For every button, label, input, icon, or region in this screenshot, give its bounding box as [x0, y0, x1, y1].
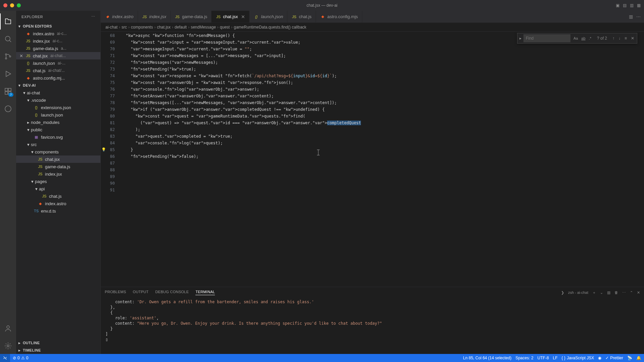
code-line[interactable]: "kw">if ("var">answerObj."var">answer."v…	[121, 106, 644, 113]
terminal-output[interactable]: content: 'Dr. Owen gets a refill from th…	[101, 298, 644, 354]
eol-status[interactable]: LF	[553, 356, 558, 360]
panel-tab[interactable]: DEBUG CONSOLE	[155, 290, 189, 295]
line-number[interactable]: 86	[101, 153, 115, 160]
extra-view-icon[interactable]	[0, 101, 16, 117]
file-item[interactable]: {}extensions.json	[16, 104, 100, 111]
sidebar-more-icon[interactable]: ⋯	[91, 14, 95, 19]
line-number[interactable]: 69	[101, 39, 115, 46]
file-item[interactable]: JSgame-data.js	[16, 163, 100, 170]
indentation-status[interactable]: Spaces: 2	[515, 356, 533, 360]
settings-gear-icon[interactable]	[0, 338, 16, 354]
code-line[interactable]: "fn">setPending("kw">false);	[121, 153, 644, 160]
lightbulb-icon[interactable]: 💡	[101, 146, 106, 153]
breadcrumb-item[interactable]: ai-chat	[105, 25, 118, 30]
folder-item[interactable]: ▾public	[16, 126, 100, 133]
breadcrumb-item[interactable]: components	[131, 25, 153, 30]
split-terminal-icon[interactable]: ▥	[607, 290, 610, 295]
line-number[interactable]: 84	[101, 140, 115, 146]
editor-tab[interactable]: JSchat.js	[287, 11, 316, 22]
line-number[interactable]: 70	[101, 46, 115, 52]
code-line[interactable]: "var">messageInput."var">current."var">v…	[121, 46, 644, 52]
maximize-panel-icon[interactable]: ⌃	[630, 290, 633, 295]
folder-item[interactable]: ▾.vscode	[16, 96, 100, 104]
find-prev-icon[interactable]: ↑	[611, 35, 616, 41]
line-number[interactable]: 83	[101, 133, 115, 140]
breadcrumb[interactable]: ai-chat›src›components›chat.jsx›default›…	[101, 23, 644, 32]
panel-toggle-icon[interactable]: ▣	[616, 3, 619, 8]
copilot-icon[interactable]: ◉	[598, 356, 601, 360]
extensions-view-icon[interactable]: 7	[0, 83, 16, 99]
close-tab-icon[interactable]: ✕	[241, 14, 245, 19]
breadcrumb-item[interactable]: gameRuntimeData.quests.find() callback	[234, 25, 306, 30]
code-line[interactable]: "kw">const "var">answerObj = "kw">await …	[121, 79, 644, 86]
file-item[interactable]: JSindex.jsx	[16, 170, 100, 178]
more-actions-icon[interactable]: ⋯	[636, 14, 641, 19]
open-editor-item[interactable]: JSchat.jsai-chat/...	[16, 67, 100, 74]
outline-section[interactable]: ▸ OUTLINE	[16, 339, 100, 347]
panel-toggle-icon[interactable]: ▥	[630, 3, 634, 8]
feedback-icon[interactable]: 📡	[627, 356, 632, 360]
close-panel-icon[interactable]: ✕	[637, 290, 640, 295]
folder-item[interactable]: ▾components	[16, 148, 100, 155]
line-number[interactable]: 76	[101, 86, 115, 93]
code-editor[interactable]: 6869707172737475767778798081828384💡85868…	[101, 32, 644, 287]
find-next-icon[interactable]: ↓	[617, 35, 622, 41]
folder-item[interactable]: ▾pages	[16, 178, 100, 185]
close-editor-icon[interactable]: ✕	[19, 53, 24, 58]
file-item[interactable]: JSchat.js	[16, 192, 100, 200]
line-number[interactable]: 88	[101, 167, 115, 173]
accounts-icon[interactable]	[0, 320, 16, 336]
line-number[interactable]: 79	[101, 106, 115, 113]
editor-tab[interactable]: ◆index.astro	[101, 11, 138, 22]
file-item[interactable]: {}launch.json	[16, 111, 100, 119]
terminal-dropdown-icon[interactable]: ⌄	[600, 290, 603, 295]
breadcrumb-item[interactable]: src	[122, 25, 127, 30]
minimize-window[interactable]	[10, 3, 14, 7]
code-line[interactable]: "kw">const "var">quest = "var">gameRunti…	[121, 113, 644, 120]
code-line[interactable]: "kw">const "var">newMessages = [..."var"…	[121, 52, 644, 59]
close-window[interactable]	[3, 3, 7, 7]
notifications-icon[interactable]: 🔔	[636, 356, 641, 360]
line-number[interactable]: 73	[101, 66, 115, 73]
breadcrumb-item[interactable]: quest	[220, 25, 230, 30]
explorer-view-icon[interactable]	[0, 13, 16, 30]
code-line[interactable]: "fn">setAnswer("var">answerObj."var">ans…	[121, 93, 644, 99]
line-number[interactable]: 74	[101, 73, 115, 79]
panel-toggle-icon[interactable]: ▦	[637, 3, 641, 8]
line-number[interactable]: 75	[101, 79, 115, 86]
match-case-icon[interactable]: Aa	[572, 36, 579, 41]
folder-item[interactable]: ▾ai-chat	[16, 89, 100, 96]
breadcrumb-item[interactable]: default	[175, 25, 187, 30]
panel-toggle-icon[interactable]: ▤	[623, 3, 627, 8]
kill-terminal-icon[interactable]: 🗑	[614, 290, 618, 295]
new-terminal-icon[interactable]: ＋	[592, 290, 596, 295]
open-editor-item[interactable]: JSgame-data.jsa...	[16, 45, 100, 52]
editor-tab[interactable]: JSindex.jsx	[138, 11, 171, 22]
file-item[interactable]: ▦favicon.svg	[16, 133, 100, 141]
cursor-position[interactable]: Ln 85, Col 64 (14 selected)	[463, 356, 511, 360]
source-control-view-icon[interactable]	[0, 48, 16, 64]
file-item[interactable]: TSenv.d.ts	[16, 207, 100, 215]
project-section[interactable]: ▾ DEV-AI	[16, 82, 100, 89]
panel-tab[interactable]: TERMINAL	[195, 290, 215, 295]
editor-tab[interactable]: JSchat.jsx✕	[212, 11, 249, 22]
terminal-shell-icon[interactable]: ❯	[561, 290, 564, 295]
line-number[interactable]: 81	[101, 120, 115, 126]
panel-more-icon[interactable]: ⋯	[622, 290, 626, 295]
open-editor-item[interactable]: JSindex.jsxai-c...	[16, 37, 100, 45]
language-mode[interactable]: { } JavaScript JSX	[562, 356, 594, 360]
code-line[interactable]: "fn">setMessages("var">newMessages);	[121, 59, 644, 66]
file-item[interactable]: ◆index.astro	[16, 200, 100, 207]
open-editor-item[interactable]: {}launch.jsonai-...	[16, 59, 100, 67]
line-number[interactable]: 82	[101, 126, 115, 133]
regex-icon[interactable]: .*	[588, 36, 592, 41]
maximize-window[interactable]	[17, 3, 21, 7]
open-editor-item[interactable]: ✕JSchat.jsxai-chat...	[16, 52, 100, 59]
editor-tab[interactable]: ◆astro.config.mjs	[316, 11, 362, 22]
code-line[interactable]: "fn">setPending("kw">true);	[121, 66, 644, 73]
line-number[interactable]: 71	[101, 52, 115, 59]
prettier-status[interactable]: ✓ Prettier	[605, 356, 623, 360]
line-number[interactable]: 78	[101, 99, 115, 106]
terminal-label[interactable]: zsh - ai-chat	[568, 290, 588, 295]
open-editors-section[interactable]: ▾ OPEN EDITORS	[16, 22, 100, 30]
